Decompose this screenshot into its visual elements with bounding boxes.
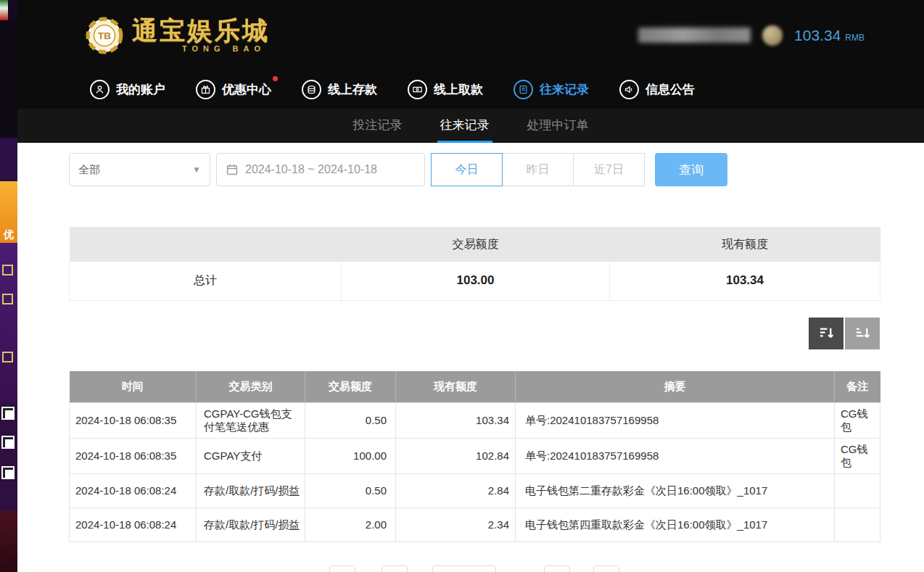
logo-title: 通宝娱乐城 xyxy=(132,17,270,44)
col-header-amount: 交易额度 xyxy=(305,371,396,403)
cell-type: CGPAY支付 xyxy=(197,439,305,474)
sort-ascending-button[interactable] xyxy=(845,318,880,349)
qr-square xyxy=(1,407,15,420)
censored-username xyxy=(638,28,751,43)
logo-subtitle: TONG BAO xyxy=(132,44,270,53)
cell-note xyxy=(835,508,880,542)
col-header-summary: 摘要 xyxy=(516,371,835,403)
announcement-icon xyxy=(619,80,639,99)
cell-amount: 100.00 xyxy=(305,439,396,474)
summary-table: 交易额度 现有额度 总计 103.00 103.34 xyxy=(69,227,880,301)
background-window-strip: 优 xyxy=(0,0,17,572)
withdraw-icon xyxy=(408,80,427,99)
pagination-last-button[interactable] xyxy=(593,565,619,572)
notification-dot xyxy=(273,76,278,81)
summary-header-balance: 现有额度 xyxy=(610,227,880,262)
cell-time: 2024-10-18 06:08:35 xyxy=(70,439,197,474)
cell-balance: 103.34 xyxy=(396,403,516,439)
strip-glyph xyxy=(2,294,13,304)
summary-header-empty xyxy=(70,227,342,262)
sub-nav: 投注记录 往来记录 处理中订单 xyxy=(17,109,924,143)
table-row: 2024-10-18 06:08:35 CGPAY支付 100.00 102.8… xyxy=(70,439,880,474)
deposit-icon xyxy=(302,80,321,99)
gift-icon xyxy=(196,80,215,99)
strip-glyph xyxy=(2,265,13,275)
cell-summary: 电子钱包第四重取款彩金《次日16:00领取》_1017 xyxy=(516,508,835,542)
cell-summary: 单号:202410183757169958 xyxy=(516,439,835,474)
cell-balance: 2.84 xyxy=(396,474,516,508)
main-nav: 我的账户 优惠中心 线上存款 xyxy=(17,70,924,109)
pagination-prev-button[interactable] xyxy=(381,565,408,572)
nav-item-transaction-records[interactable]: 往来记录 xyxy=(513,80,589,99)
sort-controls xyxy=(69,318,880,349)
nav-label: 信息公告 xyxy=(645,81,695,98)
cell-note: CG钱包 xyxy=(835,403,880,439)
cell-summary: 电子钱包第二重存款彩金《次日16:00领取》_1017 xyxy=(516,474,835,508)
cell-type: 存款/取款/打码/损益 xyxy=(197,508,305,542)
cell-amount: 0.50 xyxy=(305,474,396,508)
cell-note: CG钱包 xyxy=(835,439,880,474)
summary-header-transaction: 交易额度 xyxy=(342,227,610,262)
table-row: 2024-10-18 06:08:24 存款/取款/打码/损益 2.00 2.3… xyxy=(70,508,880,542)
svg-text:TB: TB xyxy=(98,30,111,41)
quick-button-yesterday[interactable]: 昨日 xyxy=(502,153,574,186)
strip-maroon-block xyxy=(0,511,17,572)
content-area: 全部 ▼ 2024-10-18 ~ 2024-10-18 今日 昨日 近7日 查… xyxy=(17,153,924,572)
nav-item-my-account[interactable]: 我的账户 xyxy=(90,80,165,99)
summary-transaction-total: 103.00 xyxy=(342,262,610,300)
account-summary: 103.34 RMB xyxy=(638,25,865,46)
col-header-type: 交易类别 xyxy=(197,371,305,403)
col-header-time: 时间 xyxy=(70,371,197,403)
quick-button-last7days[interactable]: 近7日 xyxy=(573,153,645,186)
tab-processing-orders[interactable]: 处理中订单 xyxy=(524,109,592,143)
qr-square xyxy=(1,466,15,479)
pagination-page-select[interactable] xyxy=(432,565,496,572)
balance-amount: 103.34 xyxy=(794,27,841,44)
nav-item-announcements[interactable]: 信息公告 xyxy=(619,80,695,99)
tab-betting-records[interactable]: 投注记录 xyxy=(350,109,405,143)
desktop-fragment xyxy=(0,0,8,20)
summary-balance-total: 103.34 xyxy=(610,262,880,300)
qr-square xyxy=(1,436,15,449)
sort-descending-icon xyxy=(818,325,835,341)
type-select-value: 全部 xyxy=(78,163,100,177)
summary-header-row: 交易额度 现有额度 xyxy=(70,227,880,262)
records-table: 时间 交易类别 交易额度 现有额度 摘要 备注 2024-10-18 06:08… xyxy=(69,371,880,543)
cell-balance: 2.34 xyxy=(396,508,516,542)
cell-amount: 0.50 xyxy=(305,403,396,439)
records-icon xyxy=(513,80,533,99)
pagination-next-button[interactable] xyxy=(544,565,570,572)
records-header-row: 时间 交易类别 交易额度 现有额度 摘要 备注 xyxy=(70,371,880,403)
summary-total-row: 总计 103.00 103.34 xyxy=(70,262,880,300)
nav-item-withdraw[interactable]: 线上取款 xyxy=(408,80,483,99)
account-icon xyxy=(90,80,110,99)
cell-time: 2024-10-18 06:08:35 xyxy=(70,403,197,439)
table-row: 2024-10-18 06:08:24 存款/取款/打码/损益 0.50 2.8… xyxy=(70,474,880,508)
logo-chip-icon: TB xyxy=(86,17,123,54)
search-button[interactable]: 查询 xyxy=(655,153,727,186)
site-logo[interactable]: TB 通宝娱乐城 TONG BAO xyxy=(86,17,270,54)
table-row: 2024-10-18 06:08:35 CGPAY-CG钱包支付笔笔送优惠 0.… xyxy=(70,403,880,439)
balance-currency: RMB xyxy=(845,33,865,43)
balance-display: 103.34 RMB xyxy=(794,27,865,44)
pagination-first-button[interactable] xyxy=(329,565,355,572)
calendar-icon xyxy=(226,163,239,176)
strip-purple-block xyxy=(0,138,17,181)
chevron-down-icon: ▼ xyxy=(192,165,201,175)
type-select[interactable]: 全部 ▼ xyxy=(69,153,210,186)
top-bar: TB 通宝娱乐城 TONG BAO 103.34 RMB xyxy=(17,0,924,70)
nav-label: 往来记录 xyxy=(540,81,589,98)
quick-button-today[interactable]: 今日 xyxy=(431,153,503,186)
strip-glyph xyxy=(2,352,13,362)
nav-item-deposit[interactable]: 线上存款 xyxy=(302,80,377,99)
sort-descending-button[interactable] xyxy=(809,318,843,349)
date-range-input[interactable]: 2024-10-18 ~ 2024-10-18 xyxy=(216,153,425,186)
cell-summary: 单号:202410183757169958 xyxy=(516,403,835,439)
nav-label: 线上取款 xyxy=(434,81,483,98)
cell-type: CGPAY-CG钱包支付笔笔送优惠 xyxy=(197,403,305,439)
nav-label: 线上存款 xyxy=(328,81,377,98)
tab-transaction-records[interactable]: 往来记录 xyxy=(437,109,492,143)
header-area: TB 通宝娱乐城 TONG BAO 103.34 RMB xyxy=(17,0,924,109)
censored-coin-icon xyxy=(762,25,783,46)
nav-item-promotions[interactable]: 优惠中心 xyxy=(196,80,271,99)
